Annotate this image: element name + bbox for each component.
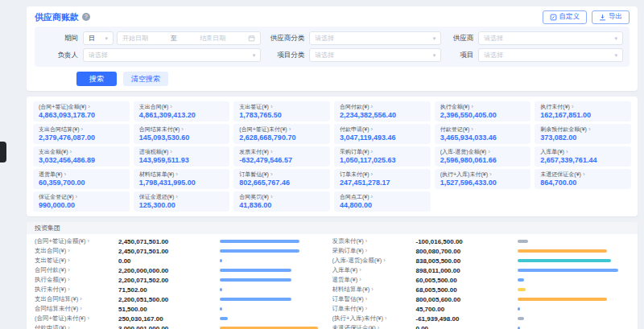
- chevron-right-icon: ›: [371, 194, 374, 200]
- stat-label: (合同+签证)未付(¥)›: [239, 125, 324, 133]
- stat-chip[interactable]: 付款申请(¥)›3,047,119,493.46: [334, 124, 431, 144]
- metric-bar: [518, 298, 608, 301]
- period-start-input[interactable]: 开始日期: [122, 34, 148, 43]
- group-metric-row[interactable]: 材料结算单(¥)›68,005,500.00: [332, 285, 619, 294]
- group-metric-row[interactable]: (入库-退货)金额(¥)›838,005,500.00: [332, 256, 619, 265]
- stat-chip[interactable]: 保证金退还(¥)›125,300.00: [134, 191, 230, 212]
- stat-chip[interactable]: 付款登记(¥)›3,465,934,033.46: [435, 124, 531, 144]
- filter-panel: 期间 日▾ 开始日期 至 结束日期 供应商分类 请选择▾: [35, 27, 630, 67]
- metric-value: 898,011,000.00: [416, 267, 518, 274]
- customize-button[interactable]: 自定义: [543, 10, 588, 24]
- chevron-right-icon: ›: [488, 149, 490, 155]
- group-metric-row[interactable]: 订单未付(¥)›45,700.00: [332, 304, 619, 314]
- group-metric-row[interactable]: (合同+签证)金额(¥)›2,450,071,501.00: [35, 236, 321, 246]
- stat-chip[interactable]: (执行+入库)未付(¥)›1,527,596,433.00: [435, 169, 531, 189]
- project-category-select[interactable]: 请选择▾: [309, 48, 441, 62]
- group-metric-row[interactable]: 支出合同结算(¥)›2,200,051,500.00: [35, 294, 321, 304]
- period-range-input[interactable]: 开始日期 至 结束日期: [117, 31, 261, 45]
- stat-chip[interactable]: 支出合同(¥)›4,861,309,413.20: [134, 101, 230, 121]
- metric-bar-track: [220, 249, 321, 253]
- owner-select[interactable]: 请选择▾: [83, 48, 261, 62]
- metric-bar: [220, 249, 299, 253]
- chevron-right-icon: ›: [583, 171, 585, 178]
- period-end-input[interactable]: 结束日期: [200, 34, 225, 43]
- clear-search-button[interactable]: 清空搜索: [123, 72, 168, 86]
- chevron-right-icon: ›: [68, 277, 70, 283]
- supplier-select[interactable]: 请选择▾: [478, 31, 623, 45]
- stat-chip[interactable]: 材料结算单(¥)›1,798,431,995.00: [134, 169, 230, 189]
- stat-chip[interactable]: 合同奖罚(¥)›41,836.00: [233, 191, 330, 212]
- stat-chip[interactable]: 入库单(¥)›2,657,339,761.44: [535, 146, 631, 167]
- group-metric-row[interactable]: 订单暂估(¥)›800,005,600.00: [332, 294, 619, 304]
- metric-bar: [518, 259, 612, 262]
- chevron-right-icon: ›: [365, 248, 368, 254]
- stat-chip[interactable]: 合同付款(¥)›2,234,382,556.40: [334, 101, 431, 121]
- chevron-right-icon: ›: [76, 194, 78, 200]
- group-metric-row[interactable]: 退货单(¥)›60,005,500.00: [332, 275, 619, 285]
- stat-value: 2,628,668,790.70: [239, 134, 324, 142]
- stat-chip[interactable]: 退货单(¥)›60,359,700.00: [33, 169, 130, 189]
- stat-chip[interactable]: 支出签证(¥)›1,783,765.50: [233, 101, 330, 121]
- stat-chip[interactable]: 订单未付(¥)›247,451,278.17: [334, 169, 431, 189]
- chevron-right-icon: ›: [359, 277, 361, 283]
- stats-card: (合同+签证)金额(¥)›4,863,093,178.70 支出合同(¥)›4,…: [27, 97, 638, 216]
- chevron-right-icon: ›: [80, 296, 82, 302]
- chevron-right-icon: ›: [489, 171, 492, 178]
- stat-value: 2,396,550,405.00: [440, 111, 526, 120]
- group-metric-row[interactable]: 执行未付(¥)›71,502.00: [35, 285, 321, 294]
- group-metric-row[interactable]: 入库单(¥)›898,011,000.00: [332, 265, 619, 275]
- group-metric-row[interactable]: 合同付款(¥)›2,200,000,000.00: [35, 265, 321, 275]
- group-card: 投资集团 (合同+签证)金额(¥)›2,450,071,501.00 支出合同(…: [27, 222, 638, 329]
- stat-value: 2,596,980,061.66: [440, 156, 526, 165]
- group-metric-row[interactable]: 支出合同(¥)›2,450,071,501.00: [35, 246, 321, 256]
- stat-chip[interactable]: 保证金登记(¥)›990,000.00: [33, 191, 130, 212]
- stat-chip[interactable]: (合同+签证)未付(¥)›2,628,668,790.70: [233, 124, 330, 144]
- metric-label: 付款申请(¥)›: [35, 324, 118, 329]
- group-section-header[interactable]: 投资集团: [27, 222, 638, 234]
- chevron-right-icon: ›: [88, 315, 90, 322]
- stat-chip[interactable]: 执行未付(¥)›162,167,851.00: [535, 101, 631, 121]
- metric-value: 0.00: [416, 325, 518, 329]
- metric-bar: [220, 307, 222, 310]
- stat-chip[interactable]: 剩余预付款金额(¥)›373,082.00: [535, 124, 631, 144]
- group-metric-row[interactable]: 采购订单(¥)›800,080,700.00: [332, 246, 619, 256]
- stat-chip[interactable]: 发票未付(¥)›-632,479,546.57: [233, 146, 330, 167]
- chevron-right-icon: ›: [471, 104, 473, 110]
- supplier-category-select[interactable]: 请选择▾: [309, 31, 441, 45]
- metric-label: 采购订单(¥)›: [332, 247, 416, 255]
- group-metric-row[interactable]: 合同结算未付(¥)›51,500.00: [35, 304, 321, 314]
- stat-chip[interactable]: 支出合同结算(¥)›2,379,476,087.00: [33, 124, 130, 144]
- group-metric-row[interactable]: 执行金额(¥)›2,200,071,502.00: [35, 275, 321, 285]
- group-metric-row[interactable]: (执行+入库)未付(¥)›-61,939,498.00: [332, 314, 619, 323]
- export-button[interactable]: 导出: [592, 10, 630, 24]
- group-metric-row[interactable]: 发票未付(¥)›-100,016,500.00: [332, 236, 619, 246]
- stat-label: 合同结算未付(¥)›: [139, 125, 225, 133]
- help-icon[interactable]: ?: [82, 13, 90, 21]
- group-metric-row[interactable]: 未退还保证金(¥)›0.00: [332, 323, 619, 329]
- metric-bar-track: [518, 298, 619, 301]
- chevron-down-icon: ▾: [433, 52, 436, 59]
- metric-label: 支出合同(¥)›: [35, 247, 118, 255]
- project-select[interactable]: 请选择▾: [478, 48, 623, 62]
- metric-bar: [220, 298, 291, 301]
- stat-chip[interactable]: 合同点工(¥)›44,800.00: [334, 191, 431, 212]
- sidebar-expand-handle[interactable]: [0, 142, 6, 162]
- stat-chip[interactable]: 进项税额(¥)›143,959,511.93: [134, 146, 230, 167]
- stat-chip[interactable]: 支出金额(¥)›3,032,456,486.89: [33, 146, 130, 167]
- stat-chip[interactable]: 采购订单(¥)›1,050,117,025.63: [334, 146, 431, 167]
- stat-chip[interactable]: 订单暂估(¥)›802,665,767.46: [233, 169, 330, 189]
- stat-label: 支出金额(¥)›: [39, 148, 124, 155]
- stat-chip[interactable]: (合同+签证)金额(¥)›4,863,093,178.70: [33, 101, 130, 121]
- period-unit-select[interactable]: 日▾: [83, 31, 114, 45]
- search-button[interactable]: 搜索: [76, 72, 117, 86]
- chevron-right-icon: ›: [88, 104, 90, 110]
- group-metric-row[interactable]: (合同+签证)未付(¥)›250,030,167.00: [35, 314, 321, 323]
- stat-chip[interactable]: 未退还保证金(¥)›864,700.00: [535, 169, 631, 189]
- stat-chip[interactable]: 执行金额(¥)›2,396,550,405.00: [435, 101, 531, 121]
- group-metric-row[interactable]: 支出签证(¥)›0.00: [35, 256, 321, 265]
- group-metric-row[interactable]: 付款申请(¥)›3,000,001,000.00: [35, 323, 321, 329]
- stat-chip[interactable]: 合同结算未付(¥)›145,093,530.60: [134, 124, 230, 144]
- metric-bar: [518, 278, 525, 282]
- stat-chip[interactable]: (入库-退货)金额(¥)›2,596,980,061.66: [435, 146, 531, 167]
- owner-label: 负责人: [41, 51, 78, 60]
